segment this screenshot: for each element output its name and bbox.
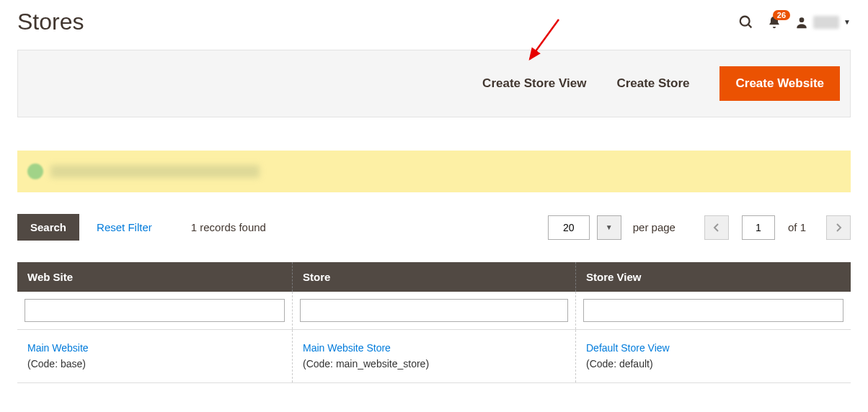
- website-code: (Code: base): [27, 356, 282, 372]
- chevron-right-icon: [835, 223, 842, 233]
- col-header-store[interactable]: Store: [292, 262, 575, 292]
- notification-badge: 26: [773, 10, 790, 20]
- notice-status-icon: [27, 164, 43, 179]
- store-view-code: (Code: default): [586, 356, 841, 372]
- create-website-button[interactable]: Create Website: [719, 66, 840, 101]
- action-bar: Create Store View Create Store Create We…: [17, 50, 851, 117]
- page-title: Stores: [17, 9, 738, 35]
- records-found: 1 records found: [191, 221, 266, 233]
- store-view-link[interactable]: Default Store View: [586, 340, 841, 356]
- search-button[interactable]: Search: [17, 214, 79, 241]
- chevron-left-icon: [713, 223, 720, 233]
- per-page-input[interactable]: [548, 215, 590, 240]
- chevron-down-icon: ▼: [843, 18, 851, 26]
- search-icon[interactable]: [738, 14, 754, 30]
- svg-point-0: [740, 16, 750, 25]
- per-page-label: per page: [633, 221, 676, 233]
- stores-table: Web Site Store Store View Main Website (…: [17, 262, 851, 383]
- filter-website-input[interactable]: [25, 299, 285, 322]
- create-store-view-button[interactable]: Create Store View: [482, 76, 586, 91]
- user-icon: [794, 15, 809, 30]
- filter-store-view-input[interactable]: [583, 299, 843, 322]
- table-row: Main Website (Code: base) Main Website S…: [17, 330, 851, 383]
- per-page-dropdown[interactable]: ▼: [597, 215, 621, 240]
- create-store-button[interactable]: Create Store: [616, 76, 689, 91]
- svg-line-1: [748, 24, 752, 27]
- chevron-down-icon: ▼: [606, 223, 613, 231]
- filter-store-input[interactable]: [300, 299, 568, 322]
- website-link[interactable]: Main Website: [27, 340, 282, 356]
- store-link[interactable]: Main Website Store: [303, 340, 565, 356]
- prev-page-button[interactable]: [704, 215, 729, 240]
- next-page-button[interactable]: [826, 215, 851, 240]
- user-menu[interactable]: ▼: [794, 15, 851, 30]
- user-name: [813, 16, 839, 29]
- svg-point-2: [800, 17, 805, 22]
- col-header-website[interactable]: Web Site: [17, 262, 292, 292]
- col-header-store-view[interactable]: Store View: [576, 262, 851, 292]
- notifications-button[interactable]: 26: [767, 14, 781, 30]
- filter-row: [17, 292, 851, 330]
- reset-filter-link[interactable]: Reset Filter: [97, 221, 152, 233]
- notice-banner: [17, 151, 851, 192]
- notice-text: [50, 165, 260, 178]
- store-code: (Code: main_website_store): [303, 356, 565, 372]
- page-of-label: of 1: [788, 221, 806, 233]
- page-input[interactable]: [742, 215, 775, 240]
